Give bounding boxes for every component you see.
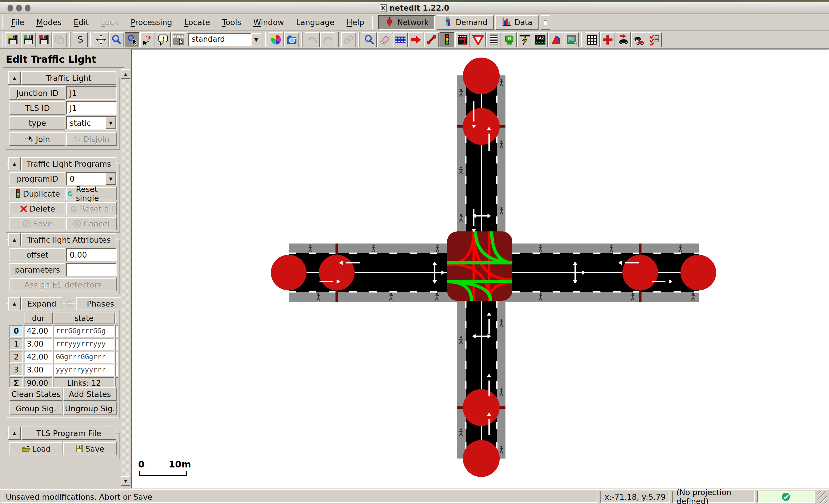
toolbar-scheme-drag-handle[interactable] xyxy=(264,32,268,47)
menu-modes[interactable]: Modes xyxy=(30,14,68,30)
col-state-header[interactable]: state xyxy=(53,313,115,324)
phase-state[interactable]: GGgrrrGGgrrr xyxy=(53,351,115,363)
traffic-light-group-title[interactable]: Traffic Light xyxy=(21,71,116,85)
toolbar-file-drag-handle[interactable] xyxy=(1,32,5,47)
taz-mode-button[interactable]: TAZ xyxy=(533,32,548,47)
traffic-light-mode-button[interactable] xyxy=(439,32,455,47)
toggle-junction-shape-button[interactable] xyxy=(600,32,615,47)
phase-row-3[interactable]: 33.00yyyrrryyyrrr xyxy=(9,364,118,376)
offset-field[interactable]: 0.00 xyxy=(66,248,116,261)
shape-mode-button[interactable] xyxy=(548,32,563,47)
programs-group-title[interactable]: Traffic Light Programs xyxy=(21,157,116,170)
move-mode-button[interactable] xyxy=(408,32,424,47)
additional-mode-button[interactable]: H xyxy=(502,32,517,47)
menu-processing[interactable]: Processing xyxy=(124,14,178,30)
network-view[interactable]: 0 10m xyxy=(132,49,828,488)
attributes-group-title[interactable]: Traffic light Attributes xyxy=(21,233,116,246)
expand-phases-button[interactable]: Expand xyxy=(21,297,62,310)
phase-extra[interactable] xyxy=(115,338,118,350)
toggle-edge-direction-button[interactable] xyxy=(616,32,631,47)
menu-window[interactable]: Window xyxy=(247,14,290,30)
delete-mode-button[interactable] xyxy=(377,32,392,47)
phases-group-title[interactable]: Phases xyxy=(76,297,125,310)
titlebar[interactable]: X netedit 1.22.0 xyxy=(0,2,829,14)
menu-help[interactable]: Help xyxy=(340,14,370,30)
program-id-combo-arrow-icon[interactable]: ▼ xyxy=(106,173,116,185)
prohibition-mode-button[interactable] xyxy=(471,32,485,47)
clean-states-button[interactable]: Clean States xyxy=(9,388,63,401)
reset-all-button[interactable]: Reset all xyxy=(66,202,116,215)
collapse-attributes-button[interactable]: ▲ xyxy=(8,233,21,246)
reset-single-button[interactable]: Reset single xyxy=(66,187,116,200)
disjoin-button[interactable]: Disjoin xyxy=(66,133,116,146)
toggle-vehicles-button[interactable] xyxy=(631,32,646,47)
network-canvas[interactable]: 0 10m xyxy=(131,49,829,489)
phase-extra[interactable] xyxy=(115,325,118,337)
crossing-mode-button[interactable] xyxy=(486,32,501,47)
scroll-down-icon[interactable]: ▼ xyxy=(121,476,131,486)
menu-hamburger-button[interactable]: MENU xyxy=(171,32,186,47)
menu-locate[interactable]: Locate xyxy=(178,14,216,30)
poi-mode-button[interactable] xyxy=(564,32,579,47)
window-grouping-button[interactable] xyxy=(541,15,550,30)
snapshot-button[interactable] xyxy=(284,32,299,47)
open-sumo-gui-button[interactable] xyxy=(52,32,67,47)
menu-lock[interactable]: Lock xyxy=(95,14,124,30)
phase-extra[interactable] xyxy=(115,351,118,363)
duplicate-button[interactable]: Duplicate xyxy=(9,187,65,200)
compute-chain-button[interactable] xyxy=(341,32,356,47)
junction-bubble-west-outer[interactable] xyxy=(271,255,307,290)
messages-button[interactable]: ! xyxy=(156,32,171,47)
menu-file[interactable]: File xyxy=(5,14,30,30)
zoom-cursor-button[interactable] xyxy=(124,32,140,47)
create-edge-mode-button[interactable] xyxy=(424,32,439,47)
delete-program-button[interactable]: Delete xyxy=(9,202,65,215)
phase-state[interactable]: rrrGGgrrrGGg xyxy=(53,325,115,337)
save-program-button[interactable]: Save xyxy=(9,217,65,230)
menubar-drag-handle[interactable] xyxy=(1,15,5,29)
supermode-data-button[interactable]: Data xyxy=(495,15,539,30)
view-scheme-combo[interactable]: standard▼ xyxy=(188,33,261,46)
phase-duration[interactable]: 3.00 xyxy=(24,364,53,376)
toolbar-undoredo-drag-handle[interactable] xyxy=(300,32,304,47)
inspect-mode-button[interactable] xyxy=(362,32,377,47)
tls-id-field[interactable]: J1 xyxy=(66,101,116,114)
collapse-tls-file-button[interactable]: ▲ xyxy=(8,427,21,440)
phase-duration[interactable]: 3.00 xyxy=(24,338,53,350)
assign-e1-button[interactable]: Assign E1 detectors xyxy=(9,278,116,291)
toolbar-toggles-drag-handle[interactable] xyxy=(580,32,584,47)
junction-bubble-north-inner[interactable] xyxy=(463,108,500,145)
color-wheel-button[interactable] xyxy=(268,32,284,47)
panel-scrollbar[interactable]: ▲ ▼ xyxy=(121,69,131,486)
collapse-traffic-light-button[interactable]: ▲ xyxy=(8,71,21,85)
phase-duration[interactable]: 42.00 xyxy=(24,325,53,337)
help-pointer-button[interactable]: ? xyxy=(140,32,155,47)
save-demand-button[interactable] xyxy=(37,32,51,47)
phase-row-0[interactable]: 042.00rrrGGgrrrGGg xyxy=(9,325,118,337)
save-additionals-button[interactable] xyxy=(21,32,36,47)
save-network-button[interactable] xyxy=(5,32,21,47)
junction-bubble-east-inner[interactable] xyxy=(622,255,658,290)
load-program-button[interactable]: Load xyxy=(9,442,63,455)
phase-duration[interactable]: 42.00 xyxy=(24,351,53,363)
zoom-button[interactable] xyxy=(109,32,124,47)
junction-J1-body[interactable] xyxy=(447,231,512,301)
move-view-button[interactable] xyxy=(94,32,109,47)
wire-mode-button[interactable] xyxy=(517,32,532,47)
reset-phases-icon[interactable] xyxy=(63,297,75,310)
menu-language[interactable]: Language xyxy=(290,14,340,30)
phase-row-1[interactable]: 13.00rrryyyrrryyy xyxy=(9,338,118,350)
phase-state[interactable]: rrryyyrrryyy xyxy=(53,338,115,350)
parameters-field[interactable] xyxy=(66,263,116,276)
select-mode-button[interactable] xyxy=(393,32,408,47)
view-scheme-arrow-icon[interactable]: ▼ xyxy=(251,33,261,46)
toolbar-modes-drag-handle[interactable] xyxy=(357,32,361,47)
resize-grip[interactable] xyxy=(818,491,827,503)
program-id-combo[interactable]: 0 ▼ xyxy=(66,172,116,185)
phase-state[interactable]: yyyrrryyyrrr xyxy=(53,364,115,376)
phase-index[interactable]: 2 xyxy=(9,351,23,363)
redo-button[interactable] xyxy=(320,32,335,47)
supermode-drag-handle[interactable] xyxy=(371,15,375,29)
group-signals-button[interactable]: Group Sig. xyxy=(9,402,63,415)
ungroup-signals-button[interactable]: Ungroup Sig. xyxy=(63,402,116,415)
